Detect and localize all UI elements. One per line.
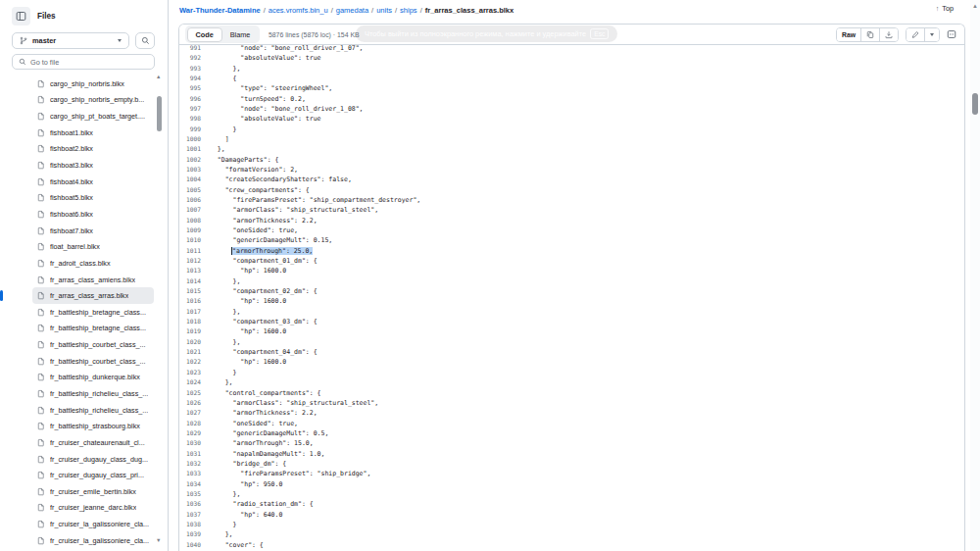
line-content[interactable]: } xyxy=(210,125,236,134)
tab-code[interactable]: Code xyxy=(187,27,222,42)
line-content[interactable]: "createSecondaryShatters": false, xyxy=(210,175,352,184)
line-number[interactable]: 1034 xyxy=(179,479,210,489)
line-content[interactable]: "radio_station_dm": { xyxy=(210,499,314,509)
breadcrumb-link[interactable]: War-Thunder-Datamine xyxy=(179,6,261,15)
file-tree-item[interactable]: float_barrel.blkx xyxy=(32,238,154,255)
line-number[interactable]: 1032 xyxy=(179,459,210,469)
line-number[interactable]: 997 xyxy=(179,104,210,114)
file-tree-item[interactable]: fr_cruiser_jeanne_darc.blkx xyxy=(32,500,154,517)
file-tree-item[interactable]: fr_battleship_bretagne_class... xyxy=(32,304,154,321)
line-number[interactable]: 1022 xyxy=(179,357,210,367)
file-tree-item[interactable]: fr_cruiser_emile_bertin.blkx xyxy=(32,483,154,500)
line-number[interactable]: 1033 xyxy=(179,469,210,478)
line-content[interactable]: "armorClass": "ship_structural_steel", xyxy=(210,398,378,408)
line-number[interactable]: 1039 xyxy=(179,529,210,539)
line-content[interactable]: } xyxy=(210,368,236,377)
line-number[interactable]: 1029 xyxy=(179,428,210,438)
file-tree-item[interactable]: fr_arras_class_arras.blkx xyxy=(32,287,154,304)
edit-dropdown-button[interactable] xyxy=(924,28,939,41)
file-tree-item[interactable]: fr_cruiser_dugauy_class_dug... xyxy=(32,451,154,468)
line-content[interactable]: "napalmDamageMult": 1.0, xyxy=(210,449,324,459)
file-tree-item[interactable]: fr_cruiser_chateaurenault_cl... xyxy=(32,434,154,451)
tree-scroll-up-icon[interactable]: ▲ xyxy=(156,74,161,79)
line-number[interactable]: 1018 xyxy=(179,317,210,326)
raw-button[interactable]: Raw xyxy=(837,28,860,41)
line-content[interactable]: "compartment_03_dm": { xyxy=(210,317,318,326)
line-content[interactable]: "compartment_02_dm": { xyxy=(210,286,318,296)
line-content[interactable]: "absoluteValue": true xyxy=(210,53,321,63)
line-content[interactable]: "DamageParts": { xyxy=(210,155,278,165)
line-number[interactable]: 1023 xyxy=(179,368,210,377)
file-tree-item[interactable]: fishboat1.blkx xyxy=(32,125,154,141)
line-content[interactable]: "hp": 640.0 xyxy=(210,510,282,520)
line-number[interactable]: 1026 xyxy=(179,398,210,408)
line-number[interactable]: 1005 xyxy=(179,185,210,195)
collapse-sidebar-button[interactable] xyxy=(12,7,30,25)
breadcrumb-link[interactable]: gamedata xyxy=(336,6,368,15)
file-tree-item[interactable]: fishboat6.blkx xyxy=(32,206,154,223)
file-tree-item[interactable]: fr_battleship_strasbourg.blkx xyxy=(32,418,154,434)
line-content[interactable]: "armorClass": "ship_structural_steel", xyxy=(210,205,378,215)
line-number[interactable]: 998 xyxy=(179,114,210,124)
line-number[interactable]: 992 xyxy=(179,53,210,63)
line-content[interactable]: }, xyxy=(210,276,240,286)
line-content[interactable]: "armorThrough": 25.0, xyxy=(210,246,313,256)
line-number[interactable]: 1011 xyxy=(179,246,210,256)
line-number[interactable]: 1008 xyxy=(179,216,210,225)
file-tree-item[interactable]: fishboat2.blkx xyxy=(32,141,154,158)
line-number[interactable]: 1014 xyxy=(179,276,210,286)
file-tree-item[interactable]: fishboat3.blkx xyxy=(32,157,154,174)
line-content[interactable]: "armorThrough": 15.0, xyxy=(210,438,314,448)
line-number[interactable]: 1038 xyxy=(179,520,210,529)
file-tree-item[interactable]: fr_adroit_class.blkx xyxy=(32,255,154,272)
file-tree-item[interactable]: cargo_ship_norbris.blkx xyxy=(32,75,154,92)
symbols-panel-button[interactable] xyxy=(947,29,956,39)
copy-button[interactable] xyxy=(860,28,879,41)
page-scrollbar[interactable]: ▲ xyxy=(970,0,980,551)
line-number[interactable]: 1036 xyxy=(179,499,210,509)
line-content[interactable]: "cover": { xyxy=(210,540,264,550)
line-number[interactable]: 1007 xyxy=(179,205,210,215)
file-tree-item[interactable]: fr_cruiser_dugauy_class_pri... xyxy=(32,467,154,483)
breadcrumb-link[interactable]: units xyxy=(376,6,392,15)
line-content[interactable]: "hp": 1600.0 xyxy=(210,326,286,336)
file-tree-item[interactable]: fr_battleship_courbet_class_... xyxy=(32,353,154,370)
tree-scroll-down-icon[interactable]: ▼ xyxy=(156,537,161,543)
line-content[interactable]: "compartment_01_dm": { xyxy=(210,256,318,266)
line-number[interactable]: 1002 xyxy=(179,155,210,165)
line-number[interactable]: 1030 xyxy=(179,438,210,448)
line-content[interactable]: "control_compartments": { xyxy=(210,388,321,398)
search-button[interactable] xyxy=(135,32,155,49)
line-content[interactable]: "fireParamsPreset": "ship_bridge", xyxy=(210,469,370,478)
breadcrumb-link[interactable]: aces.vromfs.bin_u xyxy=(269,6,328,15)
line-number[interactable]: 1015 xyxy=(179,286,210,296)
file-tree-item[interactable]: fishboat5.blkx xyxy=(32,189,154,206)
line-content[interactable]: "formatVersion": 2, xyxy=(210,165,298,175)
line-number[interactable]: 1012 xyxy=(179,256,210,266)
line-content[interactable]: "hp": 1600.0 xyxy=(210,296,286,306)
line-number[interactable]: 1013 xyxy=(179,266,210,276)
sidebar-scrollbar-thumb[interactable] xyxy=(157,96,162,131)
line-content[interactable]: }, xyxy=(210,489,240,499)
line-content[interactable]: "oneSided": true, xyxy=(210,225,298,235)
line-number[interactable]: 999 xyxy=(179,125,210,134)
line-content[interactable]: }, xyxy=(210,307,240,317)
breadcrumb-link[interactable]: ships xyxy=(400,6,417,15)
line-content[interactable]: "turnSpeed": 0.2, xyxy=(210,94,306,104)
line-content[interactable]: ] xyxy=(210,134,229,144)
line-content[interactable]: }, xyxy=(210,144,225,154)
tab-blame[interactable]: Blame xyxy=(222,27,259,42)
download-button[interactable] xyxy=(879,28,898,41)
file-tree-item[interactable]: fr_battleship_richelieu_class_... xyxy=(32,402,154,419)
line-number[interactable]: 1006 xyxy=(179,195,210,205)
line-number[interactable]: 1000 xyxy=(179,134,210,144)
branch-selector[interactable]: master xyxy=(12,32,129,49)
file-tree-item[interactable]: cargo_ship_pt_boats_target.... xyxy=(32,108,154,125)
go-to-file-input[interactable]: Go to file xyxy=(12,54,155,70)
line-number[interactable]: 1009 xyxy=(179,225,210,235)
file-tree-item[interactable]: fr_cruiser_la_galissoniere_cla... xyxy=(32,532,154,549)
line-content[interactable]: "oneSided": true, xyxy=(210,419,298,428)
line-number[interactable]: 1028 xyxy=(179,419,210,428)
line-number[interactable]: 996 xyxy=(179,94,210,104)
line-number[interactable]: 1037 xyxy=(179,510,210,520)
